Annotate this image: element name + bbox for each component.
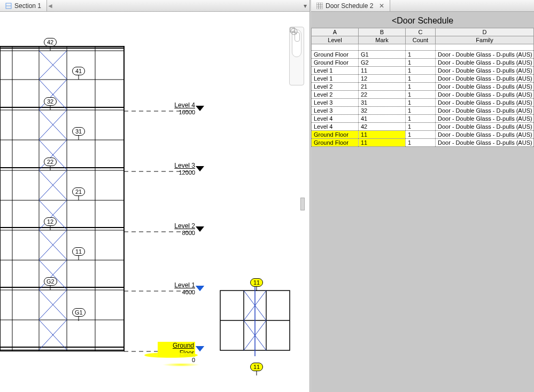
table-cell[interactable]: 11 — [359, 131, 406, 139]
table-cell[interactable]: Level 3 — [312, 107, 359, 115]
table-cell[interactable]: 1 — [406, 107, 436, 115]
table-cell[interactable]: 22 — [359, 91, 406, 99]
table-row[interactable]: Ground Floor111Door - Double Glass - D-p… — [312, 131, 534, 139]
close-icon[interactable]: ✕ — [379, 2, 384, 10]
table-cell[interactable]: Door - Double Glass - D-pulls (AUS) — [436, 59, 534, 67]
column-letter[interactable]: D — [436, 28, 534, 36]
table-cell[interactable]: 11 — [359, 67, 406, 75]
table-cell[interactable]: Level 4 — [312, 123, 359, 131]
table-cell[interactable]: Level 2 — [312, 91, 359, 99]
schedule-tab-label: Door Schedule 2 — [326, 2, 373, 10]
table-cell[interactable]: 1 — [406, 67, 436, 75]
table-row[interactable]: Level 2211Door - Double Glass - D-pulls … — [312, 83, 534, 91]
table-row[interactable]: Level 4421Door - Double Glass - D-pulls … — [312, 123, 534, 131]
level-label[interactable]: Level 28000 — [158, 222, 195, 236]
door-tag[interactable]: 32 — [44, 97, 57, 106]
level-label[interactable]: Level 14000 — [158, 281, 195, 295]
table-cell[interactable]: Door - Double Glass - D-pulls (AUS) — [436, 131, 534, 139]
table-cell[interactable]: Door - Double Glass - D-pulls (AUS) — [436, 51, 534, 59]
door-tag[interactable]: 11 — [72, 247, 85, 256]
column-letter[interactable]: A — [312, 28, 359, 36]
schedule-tab[interactable]: Door Schedule 2 ✕ — [311, 0, 390, 11]
table-cell[interactable]: Door - Double Glass - D-pulls (AUS) — [436, 139, 534, 147]
table-cell[interactable]: 12 — [359, 75, 406, 83]
door-tag[interactable]: 22 — [44, 158, 57, 166]
table-cell[interactable]: 1 — [406, 75, 436, 83]
zoom-region-icon[interactable] — [291, 72, 302, 83]
table-row[interactable]: Level 3321Door - Double Glass - D-pulls … — [312, 107, 534, 115]
section-drawing — [0, 12, 309, 392]
table-row[interactable]: Level 1121Door - Double Glass - D-pulls … — [312, 75, 534, 83]
table-cell[interactable]: Level 4 — [312, 115, 359, 123]
table-cell[interactable]: 1 — [406, 83, 436, 91]
table-row[interactable]: Level 3311Door - Double Glass - D-pulls … — [312, 99, 534, 107]
table-cell[interactable]: 1 — [406, 51, 436, 59]
table-cell[interactable]: Door - Double Glass - D-pulls (AUS) — [436, 107, 534, 115]
table-row[interactable]: Ground Floor111Door - Double Glass - D-p… — [312, 139, 534, 147]
svg-line-73 — [295, 32, 297, 34]
table-cell[interactable]: Level 1 — [312, 75, 359, 83]
view2d-icon[interactable]: 2D — [291, 59, 302, 70]
door-tag[interactable]: 11 — [250, 278, 263, 287]
table-cell[interactable]: 21 — [359, 83, 406, 91]
section-tab[interactable]: Section 1 — [0, 0, 47, 11]
table-cell[interactable]: Door - Double Glass - D-pulls (AUS) — [436, 115, 534, 123]
tab-dropdown-icon[interactable]: ▾ — [301, 0, 309, 11]
table-cell[interactable]: G2 — [359, 59, 406, 67]
table-cell[interactable]: 1 — [406, 123, 436, 131]
door-tag[interactable]: 31 — [72, 127, 85, 136]
table-cell[interactable]: 11 — [359, 139, 406, 147]
door-tag[interactable]: 12 — [44, 217, 57, 226]
svg-rect-2 — [0, 46, 124, 351]
tab-scroll-left-icon[interactable]: ◄ — [47, 0, 53, 11]
table-cell[interactable]: 31 — [359, 99, 406, 107]
table-cell[interactable]: Level 3 — [312, 99, 359, 107]
table-cell[interactable]: 1 — [406, 59, 436, 67]
drawing-canvas[interactable]: 2D 4241323122211211G2G11111 Level 416000… — [0, 12, 309, 392]
table-cell[interactable]: 1 — [406, 91, 436, 99]
column-header[interactable]: Family — [436, 36, 534, 44]
schedule-table[interactable]: ABCD LevelMarkCountFamily Ground FloorG1… — [311, 28, 534, 147]
level-label[interactable]: Level 312000 — [158, 162, 195, 176]
table-cell[interactable]: Door - Double Glass - D-pulls (AUS) — [436, 99, 534, 107]
table-cell[interactable]: Ground Floor — [312, 131, 359, 139]
table-row[interactable]: Level 4411Door - Double Glass - D-pulls … — [312, 115, 534, 123]
door-tag[interactable]: 21 — [72, 187, 85, 196]
schedule-grid[interactable]: ABCD LevelMarkCountFamily Ground FloorG1… — [311, 28, 534, 388]
table-cell[interactable]: Ground Floor — [312, 51, 359, 59]
table-row[interactable]: Ground FloorG11Door - Double Glass - D-p… — [312, 51, 534, 59]
table-row[interactable]: Ground FloorG21Door - Double Glass - D-p… — [312, 59, 534, 67]
table-cell[interactable]: 1 — [406, 131, 436, 139]
column-header[interactable]: Level — [312, 36, 359, 44]
table-cell[interactable]: 1 — [406, 99, 436, 107]
table-cell[interactable]: Door - Double Glass - D-pulls (AUS) — [436, 83, 534, 91]
door-tag[interactable]: 11 — [250, 363, 263, 371]
table-cell[interactable]: Level 2 — [312, 83, 359, 91]
column-header[interactable]: Mark — [359, 36, 406, 44]
table-cell[interactable]: Door - Double Glass - D-pulls (AUS) — [436, 75, 534, 83]
door-tag[interactable]: G1 — [72, 308, 86, 317]
table-cell[interactable]: Level 1 — [312, 67, 359, 75]
table-cell[interactable]: Door - Double Glass - D-pulls (AUS) — [436, 123, 534, 131]
table-row[interactable]: Level 1111Door - Double Glass - D-pulls … — [312, 67, 534, 75]
table-cell[interactable]: 41 — [359, 115, 406, 123]
level-marker-icon — [196, 166, 204, 171]
table-cell[interactable]: 42 — [359, 123, 406, 131]
table-cell[interactable]: 32 — [359, 107, 406, 115]
splitter-handle[interactable] — [300, 198, 305, 210]
door-tag[interactable]: G2 — [44, 277, 57, 286]
table-cell[interactable]: Ground Floor — [312, 59, 359, 67]
column-header[interactable]: Count — [406, 36, 436, 44]
table-row[interactable]: Level 2221Door - Double Glass - D-pulls … — [312, 91, 534, 99]
column-letter[interactable]: B — [359, 28, 406, 36]
table-cell[interactable]: 1 — [406, 115, 436, 123]
table-cell[interactable]: G1 — [359, 51, 406, 59]
table-cell[interactable]: 1 — [406, 139, 436, 147]
table-cell[interactable]: Door - Double Glass - D-pulls (AUS) — [436, 67, 534, 75]
table-cell[interactable]: Door - Double Glass - D-pulls (AUS) — [436, 91, 534, 99]
door-tag[interactable]: 42 — [44, 38, 57, 46]
table-cell[interactable]: Ground Floor — [312, 139, 359, 147]
column-letter[interactable]: C — [406, 28, 436, 36]
door-tag[interactable]: 41 — [72, 67, 85, 75]
level-label[interactable]: Level 416000 — [158, 101, 195, 115]
